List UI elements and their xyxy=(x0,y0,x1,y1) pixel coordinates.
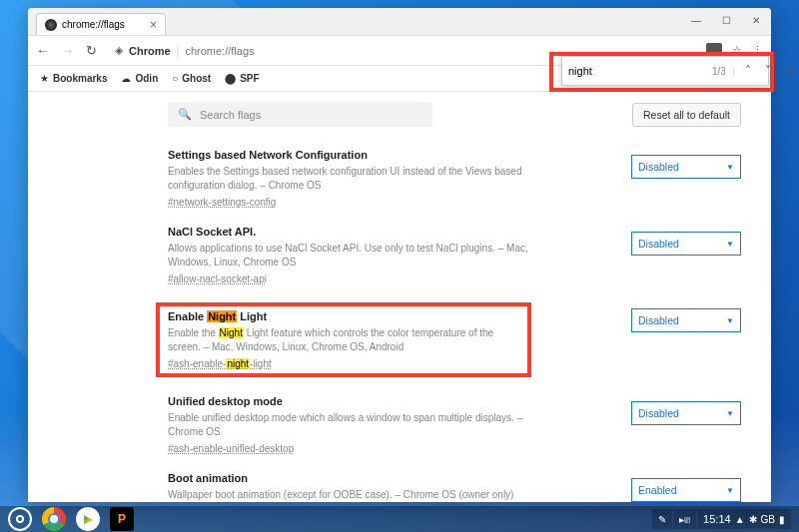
minimize-button[interactable]: — xyxy=(681,8,711,32)
bookmark-item[interactable]: ☁ Odin xyxy=(121,73,158,84)
window-controls: — ☐ ✕ xyxy=(681,8,771,32)
cast-tray-icon[interactable]: ▸⎚ xyxy=(673,509,696,529)
tab-favicon-icon xyxy=(45,19,57,31)
bluetooth-icon: ✱ xyxy=(749,514,757,525)
flag-title: NaCl Socket API. xyxy=(168,226,557,238)
address-path: chrome://flags xyxy=(185,45,254,57)
find-close-icon[interactable]: ✕ xyxy=(781,62,799,80)
language-indicator: GB xyxy=(761,514,775,525)
reload-button[interactable]: ↻ xyxy=(86,43,97,58)
app-icon[interactable]: P xyxy=(110,507,134,531)
bookmark-item[interactable]: ○ Ghost xyxy=(172,73,211,84)
flag-item: Unified desktop mode Enable unified desk… xyxy=(168,387,751,464)
address-scheme: Chrome xyxy=(129,45,171,57)
wifi-icon: ▲ xyxy=(735,514,745,525)
tab-title: chrome://flags xyxy=(62,19,125,30)
flag-item-highlighted: Enable Night Light Enable the Night Ligh… xyxy=(168,294,751,387)
search-match: night xyxy=(226,358,250,369)
flag-description: Enable the Night Light feature which con… xyxy=(168,326,519,354)
forward-button[interactable]: → xyxy=(61,43,74,58)
find-input[interactable] xyxy=(568,65,706,77)
annotation-highlight-box: Enable Night Light Enable the Night Ligh… xyxy=(156,302,531,377)
clock: 15:14 xyxy=(703,513,731,525)
back-button[interactable]: ← xyxy=(36,43,49,58)
status-tray[interactable]: 15:14 ▲ ✱ GB ▮ xyxy=(697,509,791,529)
pen-tray-icon[interactable]: ✎ xyxy=(652,509,672,529)
search-icon: 🔍 xyxy=(178,108,192,121)
flag-dropdown[interactable]: Disabled xyxy=(631,308,741,332)
page-content[interactable]: 🔍 Search flags Reset all to default Sett… xyxy=(28,92,771,502)
site-info-icon[interactable]: ◈ xyxy=(115,44,123,57)
flag-anchor[interactable]: #ash-enable-night-light xyxy=(168,358,519,369)
find-prev-icon[interactable]: ˄ xyxy=(741,62,755,80)
flag-dropdown[interactable]: Disabled xyxy=(631,155,741,179)
search-flags-input[interactable]: 🔍 Search flags xyxy=(168,102,432,127)
search-match: Night xyxy=(219,327,244,338)
find-next-icon[interactable]: ˅ xyxy=(761,62,775,80)
find-count: 1/3 xyxy=(712,66,726,77)
flag-dropdown[interactable]: Disabled xyxy=(631,401,741,425)
launcher-button[interactable] xyxy=(8,507,32,531)
flag-anchor[interactable]: #allow-nacl-socket-api xyxy=(168,273,557,284)
chrome-icon[interactable] xyxy=(42,507,66,531)
flag-title: Enable Night Light xyxy=(168,310,519,322)
flag-description: Wallpaper boot animation (except for OOB… xyxy=(168,488,557,502)
browser-tab[interactable]: chrome://flags × xyxy=(36,13,166,35)
flag-description: Allows applications to use NaCl Socket A… xyxy=(168,242,557,269)
reset-all-button[interactable]: Reset all to default xyxy=(632,103,741,127)
bookmark-item[interactable]: ⬤ SPF xyxy=(225,73,259,84)
maximize-button[interactable]: ☐ xyxy=(711,8,741,32)
battery-icon: ▮ xyxy=(779,514,785,525)
flag-description: Enable unified desktop mode which allows… xyxy=(168,411,557,439)
titlebar: chrome://flags × — ☐ ✕ xyxy=(28,8,771,36)
flag-title: Settings based Network Configuration xyxy=(168,149,557,161)
flag-dropdown[interactable]: Disabled xyxy=(631,232,741,256)
flag-item: Boot animation Wallpaper boot animation … xyxy=(168,464,751,502)
flag-title: Unified desktop mode xyxy=(168,395,557,407)
search-match-current: Night xyxy=(207,310,237,322)
flag-title: Boot animation xyxy=(168,472,557,484)
tab-close-icon[interactable]: × xyxy=(150,18,157,32)
find-in-page-bar: 1/3 | ˄ ˅ ✕ xyxy=(561,56,769,86)
taskbar: P ✎ ▸⎚ 15:14 ▲ ✱ GB ▮ xyxy=(0,506,799,532)
flag-anchor[interactable]: #network-settings-config xyxy=(168,197,557,208)
flag-dropdown[interactable]: Enabled xyxy=(631,478,741,502)
flag-item: Settings based Network Configuration Ena… xyxy=(168,141,751,218)
flag-description: Enables the Settings based network confi… xyxy=(168,165,557,193)
flag-item: NaCl Socket API. Allows applications to … xyxy=(168,218,751,294)
close-button[interactable]: ✕ xyxy=(741,8,771,32)
play-store-icon[interactable] xyxy=(76,507,100,531)
flag-anchor[interactable]: #ash-enable-unified-desktop xyxy=(168,443,557,454)
bookmark-item[interactable]: ★ Bookmarks xyxy=(40,73,107,84)
system-tray[interactable]: ✎ ▸⎚ 15:14 ▲ ✱ GB ▮ xyxy=(652,509,791,529)
